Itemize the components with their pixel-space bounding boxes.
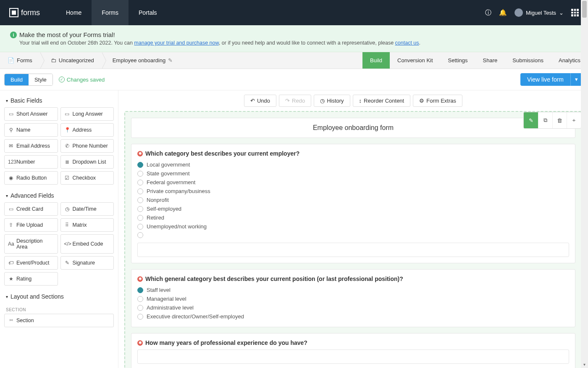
radio-label: Nonprofit [147,197,169,203]
tab-settings[interactable]: Settings [441,52,475,69]
field-palette-item[interactable]: 🏷Event/Product [4,256,58,270]
brand-name: forms [21,8,40,17]
field-palette-item[interactable]: 📍Address [60,123,114,137]
field-label: Credit Card [16,206,43,212]
radio-option[interactable]: Unemployed/not working [137,222,569,231]
apps-grid-icon[interactable] [571,9,579,16]
required-icon: ✱ [137,340,143,346]
user-name: Miguel Tests [526,10,556,16]
field-palette-item[interactable]: ≣Dropdown List [60,155,114,169]
radio-icon [137,197,143,203]
redo-button[interactable]: ↷Redo [279,95,311,107]
tab-build[interactable]: Build [362,52,390,69]
bell-icon[interactable]: 🔔 [499,9,507,16]
contact-us-link[interactable]: contact us [395,40,419,46]
nav-tab-home[interactable]: Home [56,0,92,25]
manage-trial-link[interactable]: manage your trial and purchase now [134,40,219,46]
radio-option[interactable]: Federal government [137,178,569,187]
radio-option[interactable]: Administrative level [137,303,569,312]
field-palette-item[interactable]: ☑Checkbox [60,171,114,185]
field-label: Dropdown List [73,159,106,165]
tab-submissions[interactable]: Submissions [505,52,551,69]
field-type-icon: ◉ [8,175,14,181]
text-input[interactable] [137,349,569,364]
form-canvas[interactable]: ✎ ⧉ 🗑 ＋ Employee onboarding form ✱Which … [124,111,582,368]
info-icon[interactable]: ⓘ [485,9,491,17]
scrollbar[interactable]: ▾ [581,0,588,368]
duplicate-title-button[interactable]: ⧉ [538,112,552,128]
field-label: File Upload [16,222,43,228]
undo-icon: ↶ [250,98,255,104]
field-label: Embed Code [73,241,103,247]
field-type-icon: ⚲ [8,127,14,133]
radio-option[interactable]: Staff level [137,286,569,294]
edit-title-button[interactable]: ✎ [524,112,538,128]
trial-banner: i Make the most of your Forms trial! You… [0,25,588,52]
edit-pencil-icon[interactable]: ✎ [168,57,173,64]
user-menu[interactable]: Miguel Tests ⌄ [514,8,564,17]
build-style-toggle: Build Style [4,74,53,86]
field-palette-item[interactable]: ◉Radio Button [4,171,58,185]
brand-logo[interactable]: forms [9,8,40,17]
radio-option[interactable]: State government [137,169,569,178]
scroll-down-icon[interactable]: ▾ [581,361,588,368]
field-palette-item[interactable]: ⎶Section [4,314,114,327]
tab-conversion-kit[interactable]: Conversion Kit [390,52,441,69]
reorder-button[interactable]: ↕Reorder Content [353,95,411,107]
radio-option[interactable]: Retired [137,213,569,222]
radio-option[interactable]: Nonprofit [137,196,569,204]
radio-option[interactable]: Self-employed [137,204,569,213]
crumb-uncategorized[interactable]: 🗀 Uncategorized [40,52,102,69]
field-palette-item[interactable]: 123Number [4,155,58,169]
radio-option[interactable]: Private company/business [137,187,569,196]
builder-bar: Build Style ✓ Changes saved View live fo… [0,69,588,90]
field-label: Checkbox [73,175,96,181]
seg-style[interactable]: Style [29,74,52,85]
nav-tab-portals[interactable]: Portals [129,0,167,25]
crumb-forms[interactable]: 📄 Forms [0,52,40,69]
field-palette-item[interactable]: </>Embed Code [60,234,114,254]
scrollbar-thumb[interactable] [582,1,587,18]
field-palette-item[interactable]: ▭Long Answer [60,107,114,121]
forms-list-icon: 📄 [8,57,14,64]
view-live-dropdown[interactable]: ▾ [571,73,582,86]
undo-button[interactable]: ↶Undo [244,95,276,107]
field-palette-item[interactable]: ◷Date/Time [60,202,114,216]
history-button[interactable]: ◷History [314,95,350,107]
nav-tab-forms[interactable]: Forms [92,0,129,25]
question-card[interactable]: ✱Which general category best describes y… [131,269,575,327]
view-live-button[interactable]: View live form [520,73,571,86]
question-card[interactable]: ✱How many years of professional experien… [131,333,575,368]
field-palette-item[interactable]: ⠿Matrix [60,218,114,232]
add-title-button[interactable]: ＋ [567,112,581,128]
delete-title-button[interactable]: 🗑 [552,112,567,128]
field-palette-item[interactable]: ✎Signature [60,256,114,270]
radio-option[interactable]: Managerial level [137,294,569,303]
panel-head[interactable]: Advanced Fields [4,190,114,202]
field-palette-item[interactable]: ★Rating [4,272,58,286]
question-card[interactable]: ✱Which category best describes your curr… [131,144,575,263]
radio-icon [137,188,143,194]
field-palette-item[interactable]: AaDescription Area [4,234,58,254]
form-title-card[interactable]: Employee onboarding form [131,118,575,138]
text-input[interactable] [137,243,569,257]
panel-head[interactable]: Basic Fields [4,95,114,107]
radio-option[interactable]: Local government [137,160,569,169]
crumb-form-name[interactable]: Employee onboarding ✎ [102,52,180,69]
radio-option[interactable]: Executive director/Owner/Self-employed [137,312,569,321]
field-palette-item[interactable]: ▭Credit Card [4,202,58,216]
field-label: Date/Time [73,206,97,212]
field-palette-item[interactable]: ⚲Name [4,123,58,137]
extras-button[interactable]: ⚙Form Extras [413,95,462,107]
field-palette-item[interactable]: ▭Short Answer [4,107,58,121]
panel-head[interactable]: Layout and Sections [4,291,114,303]
field-palette-item[interactable]: ⇧File Upload [4,218,58,232]
history-icon: ◷ [320,98,325,104]
radio-option-blank[interactable] [137,231,569,239]
field-type-icon: ✉ [8,143,14,149]
field-palette-item[interactable]: ✆Phone Number [60,139,114,153]
top-nav-right: ⓘ 🔔 Miguel Tests ⌄ [485,8,579,17]
seg-build[interactable]: Build [5,74,29,85]
field-palette-item[interactable]: ✉Email Address [4,139,58,153]
tab-share[interactable]: Share [475,52,505,69]
